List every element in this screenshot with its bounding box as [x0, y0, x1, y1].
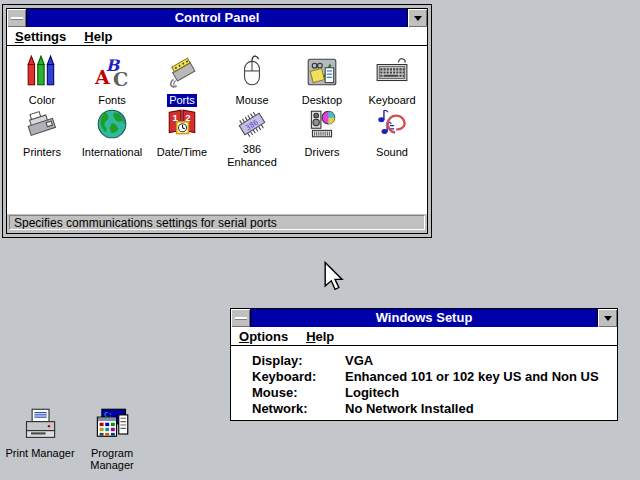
- menu-help[interactable]: Help: [84, 29, 112, 44]
- setup-row-display: Display:VGA: [231, 353, 617, 369]
- applet-fonts[interactable]: A B C Fonts: [77, 54, 147, 106]
- setting-value: No Network Installed: [345, 401, 474, 416]
- setup-row-mouse: Mouse:Logitech: [231, 385, 617, 401]
- control-panel-menubar: Settings Help: [7, 27, 427, 46]
- setting-value: VGA: [345, 353, 373, 368]
- minimize-button[interactable]: [597, 309, 617, 327]
- control-panel-window: Control Panel Settings Help Color: [2, 4, 432, 238]
- ports-icon: [147, 54, 217, 90]
- mouse-icon: [217, 54, 287, 90]
- menu-settings[interactable]: Settings: [15, 29, 66, 44]
- setting-value: Enhanced 101 or 102 key US and Non US: [345, 369, 599, 384]
- print-manager-icon: [0, 406, 80, 444]
- control-panel-client-area: Color A B C Fonts: [7, 46, 427, 214]
- applet-label: 386 Enhanced: [217, 143, 287, 169]
- windows-setup-titlebar[interactable]: Windows Setup: [231, 309, 617, 327]
- minus-bar-icon: [11, 17, 23, 20]
- applet-drivers[interactable]: Drivers: [287, 106, 357, 158]
- status-bar: Specifies communications settings for se…: [7, 214, 427, 233]
- color-icon: [7, 54, 77, 90]
- menu-help[interactable]: Help: [306, 329, 334, 344]
- mouse-cursor-arrow-icon: [324, 261, 344, 295]
- applet-label: Printers: [21, 146, 63, 159]
- applet-desktop[interactable]: Desktop: [287, 54, 357, 106]
- setting-label: Display:: [252, 353, 345, 368]
- datetime-icon: 1 2: [147, 106, 217, 142]
- program-manager-icon: C:: [76, 406, 148, 444]
- desktop-icon-label: Program Manager: [76, 447, 148, 471]
- setup-row-network: Network:No Network Installed: [231, 401, 617, 417]
- printers-icon: [7, 106, 77, 142]
- applet-label: Date/Time: [155, 146, 209, 159]
- minimize-button[interactable]: [407, 9, 427, 27]
- desktop-icon-program-manager[interactable]: C: Program Manager: [76, 406, 148, 471]
- applet-ports[interactable]: Ports: [147, 54, 217, 106]
- applet-sound[interactable]: Sound: [357, 106, 427, 158]
- menu-options[interactable]: Options: [239, 329, 288, 344]
- windows-setup-menubar: Options Help: [231, 327, 617, 346]
- minus-bar-icon: [235, 317, 247, 320]
- desktop-icon-print-manager[interactable]: Print Manager: [0, 406, 80, 459]
- desktop-icon: [287, 54, 357, 90]
- setting-label: Keyboard:: [252, 369, 345, 384]
- svg-text:C: C: [113, 68, 128, 89]
- keyboard-icon: [357, 54, 427, 90]
- down-arrow-icon: [414, 16, 422, 21]
- applet-386-enhanced[interactable]: 386 386 Enhanced: [217, 106, 287, 158]
- applet-printers[interactable]: Printers: [7, 106, 77, 158]
- applet-color[interactable]: Color: [7, 54, 77, 106]
- applet-label: Drivers: [303, 146, 342, 159]
- setting-value: Logitech: [345, 385, 399, 400]
- control-panel-titlebar[interactable]: Control Panel: [7, 9, 427, 27]
- setting-label: Mouse:: [252, 385, 345, 400]
- applet-mouse[interactable]: Mouse: [217, 54, 287, 106]
- control-menu-button[interactable]: [231, 309, 251, 327]
- desktop-icon-label: Print Manager: [0, 447, 80, 459]
- down-arrow-icon: [604, 316, 612, 321]
- sound-icon: [357, 106, 427, 142]
- control-menu-button[interactable]: [7, 9, 27, 27]
- setting-label: Network:: [252, 401, 345, 416]
- drivers-icon: [287, 106, 357, 142]
- international-icon: [77, 106, 147, 142]
- fonts-icon: A B C: [77, 54, 147, 90]
- windows-setup-window: Windows Setup Options Help Display:VGA K…: [230, 308, 618, 421]
- applet-label: Sound: [374, 146, 410, 159]
- window-title: Control Panel: [27, 9, 407, 27]
- chip-386-icon: 386: [217, 106, 287, 142]
- applet-label: International: [80, 146, 145, 159]
- applet-keyboard[interactable]: Keyboard: [357, 54, 427, 106]
- setup-settings-list: Display:VGA Keyboard:Enhanced 101 or 102…: [231, 346, 617, 420]
- window-title: Windows Setup: [251, 309, 597, 327]
- status-text: Specifies communications settings for se…: [9, 215, 425, 230]
- applet-datetime[interactable]: 1 2 Date/Time: [147, 106, 217, 158]
- setup-row-keyboard: Keyboard:Enhanced 101 or 102 key US and …: [231, 369, 617, 385]
- applet-international[interactable]: International: [77, 106, 147, 158]
